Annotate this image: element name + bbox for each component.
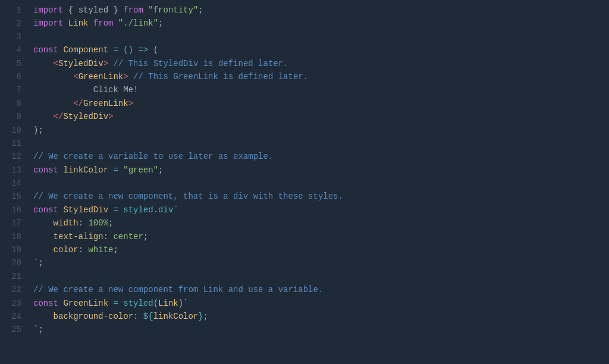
token-varname: StyledDiv — [63, 205, 108, 215]
token-tagname: StyledDiv — [58, 59, 103, 68]
token-operator: = — [113, 205, 118, 215]
token-plain: ` — [173, 205, 178, 215]
line-numbers: 1234567891011121314151617181920212223242… — [0, 4, 29, 360]
token-comment: // We create a new component from Link a… — [33, 285, 323, 294]
code-line: </StyledDiv> — [33, 110, 604, 123]
token-kw-import: import — [33, 5, 63, 15]
token-template: } — [198, 312, 203, 321]
code-line — [33, 270, 604, 283]
token-plain: styled — [79, 5, 108, 15]
token-plain: ; — [108, 218, 113, 228]
token-tag: </ — [73, 99, 83, 108]
token-plain: ( — [148, 45, 158, 55]
token-plain — [33, 232, 54, 241]
code-line: // We create a new component, that is a … — [33, 190, 604, 203]
token-plain — [113, 18, 118, 28]
code-line: const linkColor = "green"; — [33, 164, 604, 177]
token-operator: = — [113, 165, 118, 175]
token-prop: div — [158, 205, 173, 215]
code-line: <StyledDiv> // This StyledDiv is defined… — [33, 57, 604, 70]
line-number: 25 — [10, 323, 21, 336]
token-kw-import: import — [33, 18, 63, 28]
line-number: 22 — [10, 283, 21, 296]
token-varname: Component — [63, 45, 108, 55]
token-plain: `; — [33, 258, 43, 268]
code-line — [33, 30, 604, 43]
code-line: const GreenLink = styled(Link)` — [33, 297, 604, 310]
token-tag: > — [108, 112, 113, 121]
line-number: 19 — [10, 243, 21, 256]
line-number: 10 — [10, 124, 21, 137]
token-operator: = — [113, 45, 118, 55]
token-plain — [33, 218, 54, 228]
code-line — [33, 137, 604, 150]
token-kw-import: const — [33, 165, 58, 175]
code-line: const Component = () => ( — [33, 43, 604, 57]
token-tag: < — [54, 59, 58, 68]
token-css-prop: background-color — [54, 312, 133, 321]
code-line: width: 100%; — [33, 216, 604, 230]
token-tag: > — [103, 59, 108, 68]
line-number: 16 — [10, 203, 21, 216]
code-line — [33, 177, 604, 190]
code-line: import Link from "./link"; — [33, 17, 604, 30]
token-link-import: Link — [158, 299, 178, 308]
line-number: 15 — [10, 190, 21, 203]
token-operator: => — [138, 45, 148, 55]
token-plain — [33, 245, 54, 255]
line-number: 21 — [10, 270, 21, 283]
token-plain: ; — [198, 5, 203, 15]
code-line: Click Me! — [33, 83, 604, 96]
token-plain — [118, 165, 123, 175]
token-plain: ( — [153, 299, 158, 308]
line-number: 23 — [10, 297, 21, 310]
code-line: background-color: ${linkColor}; — [33, 310, 604, 323]
token-plain: . — [153, 205, 158, 215]
code-line: import { styled } from "frontity"; — [33, 4, 604, 17]
line-number: 11 — [10, 137, 21, 150]
token-varname: GreenLink — [63, 299, 108, 308]
token-str: "frontity" — [148, 5, 198, 15]
token-plain — [128, 72, 133, 81]
code-line: color: white; — [33, 243, 604, 256]
token-template: ${ — [143, 312, 153, 321]
line-number: 7 — [10, 83, 21, 96]
code-editor: 1234567891011121314151617181920212223242… — [0, 0, 609, 364]
token-plain — [118, 299, 123, 308]
line-number: 17 — [10, 216, 21, 230]
token-plain — [63, 18, 68, 28]
token-plain: `; — [33, 325, 43, 334]
token-tag: > — [128, 99, 133, 108]
token-kw-import: from — [123, 5, 143, 15]
token-plain: ); — [33, 125, 43, 135]
token-plain — [33, 72, 73, 81]
token-comment: // This GreenLink is defined later. — [133, 72, 308, 81]
token-plain: { — [63, 5, 78, 15]
code-line: <GreenLink> // This GreenLink is defined… — [33, 70, 604, 83]
token-plain — [33, 112, 54, 121]
token-tagname: GreenLink — [83, 99, 128, 108]
token-tagname: StyledDiv — [63, 112, 108, 121]
token-plain — [118, 205, 123, 215]
token-tag: > — [123, 72, 128, 81]
token-plain — [33, 85, 93, 95]
line-number: 13 — [10, 164, 21, 177]
token-css-val: 100% — [88, 218, 108, 228]
token-plain: ; — [113, 245, 118, 255]
token-comment: // We create a new component, that is a … — [33, 192, 343, 201]
code-line: </GreenLink> — [33, 97, 604, 110]
token-prop: styled — [123, 299, 153, 308]
token-plain: )` — [178, 299, 189, 308]
token-plain: : — [79, 245, 89, 255]
token-str: "green" — [123, 165, 158, 175]
token-varname: linkColor — [153, 312, 199, 321]
code-line: // We create a new component from Link a… — [33, 283, 604, 296]
line-number: 8 — [10, 97, 21, 110]
token-kw-import: const — [33, 45, 58, 55]
token-tag: < — [73, 72, 78, 81]
token-fn-arrow: () — [123, 45, 133, 55]
token-css-prop: text-align — [54, 232, 103, 241]
token-css-prop: width — [54, 218, 79, 228]
code-content[interactable]: import { styled } from "frontity";import… — [29, 4, 609, 360]
token-kw-import: const — [33, 299, 58, 308]
